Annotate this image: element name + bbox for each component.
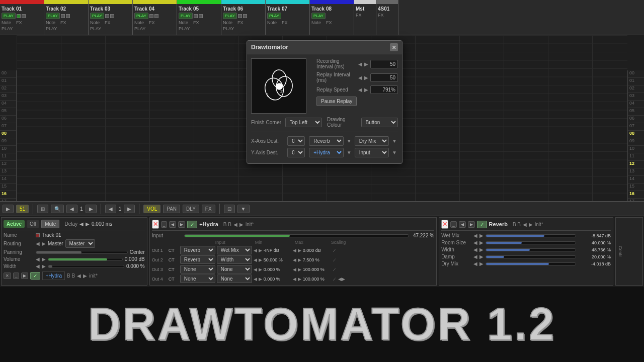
out4-min-arrow-right[interactable]: ▶ <box>259 277 262 282</box>
out3-max-arrow-left[interactable]: ◀ <box>293 267 296 272</box>
reverb-arrow-left[interactable]: ◀ <box>459 221 466 228</box>
track-play-01[interactable]: PLAY <box>2 13 16 19</box>
out2-plugin-select[interactable]: Reverb <box>180 255 215 264</box>
out4-param-select[interactable]: None <box>217 275 252 283</box>
recording-interval-input[interactable] <box>370 60 398 68</box>
out4-max-arrow-right[interactable]: ▶ <box>298 277 301 282</box>
out1-param-select[interactable]: Wet Mix <box>217 246 252 254</box>
grid-button[interactable]: ⊞ <box>37 205 48 213</box>
fx-button[interactable]: FX <box>202 205 215 213</box>
reverb-roomsize-slider[interactable] <box>486 241 576 244</box>
reverb-arrow-right[interactable]: ▶ <box>468 221 475 228</box>
routing-left-arrow[interactable]: ◀ <box>36 241 40 246</box>
y-axis-dest-select[interactable]: 01 <box>287 148 305 157</box>
replay-interval-input[interactable] <box>370 73 398 82</box>
arrow-button[interactable]: ▼ <box>237 205 250 213</box>
x-axis-dest-select[interactable]: 01 <box>287 136 305 146</box>
out3-max-arrow-right[interactable]: ▶ <box>298 267 301 272</box>
track-plugin-name[interactable]: +Hydra <box>42 272 65 280</box>
out1-min-arrow-right[interactable]: ▶ <box>259 248 262 253</box>
out3-plugin-select[interactable]: None <box>180 265 215 274</box>
plugin-min-btn[interactable]: _ <box>13 273 19 279</box>
reverb-roomsize-left[interactable]: ◀ <box>473 240 477 245</box>
out1-max-arrow-left[interactable]: ◀ <box>293 248 296 253</box>
arrow-delay-left[interactable]: ◀ <box>79 221 84 227</box>
hydra-arrow-right[interactable]: ▶ <box>178 221 185 228</box>
replay-speed-right[interactable]: ▶ <box>364 87 368 93</box>
reverb-damp-left[interactable]: ◀ <box>473 254 477 259</box>
play-button[interactable]: ▶ <box>3 205 14 213</box>
prev-button[interactable]: ◀ <box>66 205 77 213</box>
reverb-nav-left[interactable]: ◀ <box>523 222 527 227</box>
hydra-close-btn[interactable]: ✕ <box>152 220 159 229</box>
y-axis-param-select[interactable]: Input <box>355 148 389 157</box>
replay-interval-left[interactable]: ◀ <box>358 75 362 80</box>
track-play-04[interactable]: PLAY <box>134 13 148 19</box>
next2-button[interactable]: ▶ <box>124 205 135 213</box>
replay-speed-input[interactable] <box>370 85 398 94</box>
rec-interval-left[interactable]: ◀ <box>358 61 362 67</box>
plugin-arrow-btn[interactable]: ▶ <box>21 273 28 279</box>
reverb-drymix-left[interactable]: ◀ <box>473 261 477 266</box>
arrow-delay-right[interactable]: ▶ <box>86 221 90 227</box>
track-play-02[interactable]: PLAY <box>46 13 60 19</box>
dly-button[interactable]: DLY <box>183 205 199 213</box>
hydra-min-btn[interactable]: _ <box>161 221 167 228</box>
track-play-06[interactable]: PLAY <box>223 13 237 19</box>
out3-min-arrow-left[interactable]: ◀ <box>254 267 257 272</box>
reverb-wetmix-left[interactable]: ◀ <box>473 233 477 238</box>
drawtomator-modal[interactable]: Drawtomator ✕ 1 <box>247 40 403 164</box>
width-right-arrow[interactable]: ▶ <box>42 263 46 269</box>
reverb-width-slider[interactable] <box>486 248 576 251</box>
volume-slider[interactable] <box>48 258 123 261</box>
pan-button[interactable]: PAN <box>163 205 180 213</box>
panning-slider[interactable] <box>36 251 128 254</box>
out1-plugin-select[interactable]: Reverb <box>180 246 215 254</box>
hydra-input-slider[interactable] <box>184 234 409 237</box>
out2-max-arrow-left[interactable]: ◀ <box>293 257 296 262</box>
replay-speed-left[interactable]: ◀ <box>358 87 362 93</box>
out3-param-select[interactable]: None <box>217 265 252 274</box>
hydra-arrow-left[interactable]: ◀ <box>169 221 176 228</box>
track-play-05[interactable]: PLAY <box>179 13 193 19</box>
reverb-drymix-right[interactable]: ▶ <box>479 261 484 266</box>
out2-min-arrow-left[interactable]: ◀ <box>254 257 257 262</box>
vol-left-arrow[interactable]: ◀ <box>36 256 40 262</box>
reverb-roomsize-right[interactable]: ▶ <box>479 240 484 245</box>
out3-min-arrow-right[interactable]: ▶ <box>259 267 262 272</box>
rec-interval-right[interactable]: ▶ <box>364 61 368 67</box>
reverb-min-btn[interactable]: _ <box>450 221 456 228</box>
extra-button[interactable]: ⊡ <box>224 205 235 213</box>
width-left-arrow[interactable]: ◀ <box>36 263 40 269</box>
hydra-nav-right[interactable]: ▶ <box>239 222 244 227</box>
pause-replay-btn[interactable]: Pause Replay <box>316 97 357 106</box>
width-slider[interactable] <box>48 265 124 268</box>
reverb-close-btn[interactable]: ✕ <box>441 220 448 229</box>
drawing-colour-select[interactable]: Button <box>361 118 398 127</box>
out1-max-arrow-right[interactable]: ▶ <box>298 248 301 253</box>
out2-max-arrow-right[interactable]: ▶ <box>298 257 301 262</box>
mute-tab[interactable]: Mute <box>41 220 59 228</box>
out4-min-arrow-left[interactable]: ◀ <box>254 277 257 282</box>
vol-right-arrow[interactable]: ▶ <box>42 256 46 262</box>
out1-min-arrow-left[interactable]: ◀ <box>254 248 257 253</box>
track-play-08[interactable]: PLAY <box>311 13 326 19</box>
reverb-damp-right[interactable]: ▶ <box>479 254 484 259</box>
track-play-07[interactable]: PLAY <box>267 13 281 19</box>
plugin-close-btn[interactable]: ✕ <box>4 273 11 279</box>
finish-corner-select[interactable]: Top Left <box>285 118 323 127</box>
y-axis-plugin-select[interactable]: +Hydra <box>309 148 343 157</box>
reverb-wetmix-slider[interactable] <box>486 234 576 237</box>
x-axis-param-select[interactable]: Dry Mix <box>355 136 389 146</box>
search-button[interactable]: 🔍 <box>51 205 64 213</box>
out2-min-arrow-right[interactable]: ▶ <box>259 257 262 262</box>
off-tab[interactable]: Off <box>27 220 39 228</box>
out2-param-select[interactable]: Width <box>217 255 252 264</box>
plugin-nav-left[interactable]: ◀ <box>77 273 81 279</box>
reverb-wetmix-right[interactable]: ▶ <box>479 233 484 238</box>
reverb-nav-right[interactable]: ▶ <box>529 222 533 227</box>
out4-plugin-select[interactable]: None <box>180 275 215 283</box>
prev2-button[interactable]: ◀ <box>105 205 116 213</box>
vol-button[interactable]: VOL <box>143 205 160 213</box>
reverb-width-right[interactable]: ▶ <box>479 247 484 252</box>
